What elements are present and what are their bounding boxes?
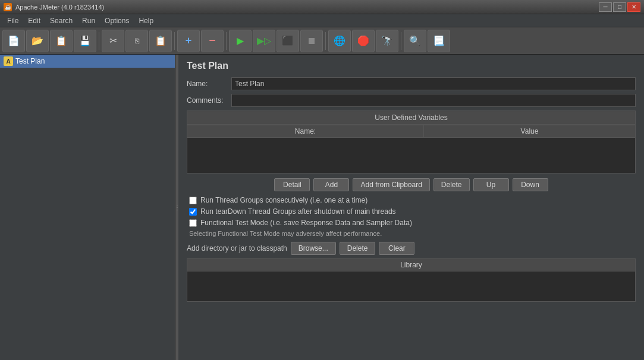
- toolbar-sep5: [401, 32, 401, 50]
- toolbar-open-button[interactable]: 📂: [26, 30, 49, 52]
- name-input[interactable]: [231, 77, 636, 90]
- toolbar-new-button[interactable]: 📄: [2, 30, 25, 52]
- up-button[interactable]: Up: [473, 178, 509, 191]
- variables-table: Name: Value: [187, 125, 636, 138]
- classpath-delete-button[interactable]: Delete: [340, 242, 376, 255]
- col-name: Name:: [187, 125, 424, 138]
- toolbar-sep4: [325, 32, 326, 50]
- down-button[interactable]: Down: [513, 178, 548, 191]
- toolbar-remote-stop-button[interactable]: 🛑: [352, 30, 375, 52]
- functional-mode-row: Functional Test Mode (i.e. save Response…: [187, 219, 636, 227]
- clear-button[interactable]: Clear: [379, 242, 414, 255]
- test-plan-icon: A: [4, 56, 13, 66]
- page-title: Test Plan: [187, 61, 636, 71]
- library-table: Library: [187, 258, 636, 302]
- menu-edit[interactable]: Edit: [23, 15, 45, 26]
- menu-bar: File Edit Search Run Options Help: [0, 14, 644, 27]
- toolbar-log-button[interactable]: 📃: [428, 30, 450, 52]
- teardown-row: Run tearDown Thread Groups after shutdow…: [187, 207, 636, 216]
- library-body: [187, 271, 635, 301]
- teardown-checkbox[interactable]: [189, 208, 197, 216]
- run-consecutive-label: Run Thread Groups consecutively (i.e. on…: [200, 196, 367, 204]
- library-header: Library: [187, 259, 635, 271]
- menu-search[interactable]: Search: [45, 15, 77, 26]
- toolbar-zoom-button[interactable]: 🔍: [404, 30, 426, 52]
- run-consecutive-row: Run Thread Groups consecutively (i.e. on…: [187, 196, 636, 204]
- functional-mode-note: Selecting Functional Test Mode may adver…: [187, 230, 636, 237]
- browse-button[interactable]: Browse...: [291, 242, 336, 255]
- comments-row: Comments:: [187, 94, 636, 107]
- toolbar-paste-button[interactable]: 📋: [149, 30, 172, 52]
- toolbar-collapse-button[interactable]: −: [201, 30, 224, 52]
- minimize-button[interactable]: ─: [599, 2, 612, 12]
- name-row: Name:: [187, 77, 636, 90]
- toolbar-remote-run-button[interactable]: 🌐: [328, 30, 351, 52]
- toolbar: 📄 📂 📋 💾 ✂ ⎘ 📋 + − ▶ ▶▷ ⬛ ⏹ 🌐 🛑 🔭 🔍 📃: [0, 27, 644, 55]
- title-bar: ☕ Apache JMeter (4.0 r1823414) ─ □ ✕: [0, 0, 644, 14]
- run-consecutive-checkbox[interactable]: [189, 197, 197, 204]
- sidebar-item-label: Test Plan: [15, 57, 45, 65]
- window-title: Apache JMeter (4.0 r1823414): [15, 4, 104, 11]
- toolbar-cut-button[interactable]: ✂: [102, 30, 124, 52]
- toolbar-recent-button[interactable]: 📋: [50, 30, 73, 52]
- menu-options[interactable]: Options: [100, 15, 134, 26]
- toolbar-copy-button[interactable]: ⎘: [125, 30, 148, 52]
- comments-input[interactable]: [231, 94, 636, 107]
- comments-label: Comments:: [187, 96, 231, 105]
- toolbar-remote-clear-button[interactable]: 🔭: [376, 30, 398, 52]
- toolbar-shutdown-button[interactable]: ⏹: [300, 30, 323, 52]
- toolbar-sep2: [174, 32, 175, 50]
- delete-button[interactable]: Delete: [433, 178, 470, 191]
- sidebar: A Test Plan: [0, 55, 175, 360]
- main-layout: A Test Plan ⋮ Test Plan Name: Comments: …: [0, 55, 644, 360]
- sidebar-item-test-plan[interactable]: A Test Plan: [0, 55, 175, 68]
- name-label: Name:: [187, 80, 231, 88]
- app-icon: ☕: [4, 3, 12, 11]
- toolbar-start-button[interactable]: ▶: [229, 30, 252, 52]
- close-button[interactable]: ✕: [627, 2, 640, 12]
- toolbar-sep3: [226, 32, 227, 50]
- title-bar-left: ☕ Apache JMeter (4.0 r1823414): [4, 3, 104, 11]
- maximize-button[interactable]: □: [613, 2, 626, 12]
- toolbar-start-no-pause-button[interactable]: ▶▷: [253, 30, 275, 52]
- detail-button[interactable]: Detail: [274, 178, 310, 191]
- user-defined-variables-header: User Defined Variables: [187, 110, 636, 125]
- menu-run[interactable]: Run: [77, 15, 100, 26]
- functional-mode-label: Functional Test Mode (i.e. save Response…: [200, 219, 412, 227]
- toolbar-expand-button[interactable]: +: [177, 30, 200, 52]
- table-button-row: Detail Add Add from Clipboard Delete Up …: [187, 178, 636, 191]
- classpath-row: Add directory or jar to classpath Browse…: [187, 242, 636, 255]
- classpath-label: Add directory or jar to classpath: [187, 244, 287, 252]
- menu-file[interactable]: File: [2, 15, 23, 26]
- toolbar-stop-button[interactable]: ⬛: [277, 30, 299, 52]
- variables-table-body: [187, 138, 636, 173]
- toolbar-sep1: [99, 32, 99, 50]
- col-value: Value: [424, 125, 636, 138]
- content-area: Test Plan Name: Comments: User Defined V…: [178, 55, 644, 360]
- teardown-label: Run tearDown Thread Groups after shutdow…: [200, 207, 396, 216]
- add-button[interactable]: Add: [313, 178, 349, 191]
- menu-help[interactable]: Help: [134, 15, 158, 26]
- add-from-clipboard-button[interactable]: Add from Clipboard: [353, 178, 429, 191]
- toolbar-save-button[interactable]: 💾: [74, 30, 96, 52]
- functional-mode-checkbox[interactable]: [189, 219, 197, 227]
- window-controls: ─ □ ✕: [599, 2, 640, 12]
